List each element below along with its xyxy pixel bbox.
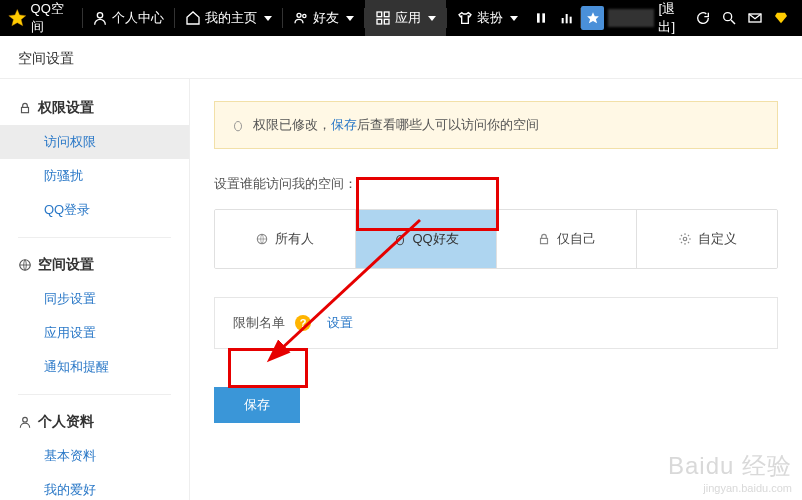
svg-point-24: [683, 237, 687, 241]
nav-personal-center[interactable]: 个人中心: [82, 0, 174, 36]
username-blurred: [608, 9, 655, 27]
sidebar-group-label: 个人资料: [38, 413, 94, 431]
nav-apps[interactable]: 应用: [365, 0, 446, 36]
diamond-icon[interactable]: [768, 4, 794, 32]
svg-point-22: [396, 236, 403, 245]
user-icon: [92, 10, 108, 26]
sidebar-group-permission: 权限设置: [0, 91, 189, 125]
notice-text: 后查看哪些人可以访问你的空间: [357, 117, 539, 132]
divider: [18, 394, 171, 395]
divider: [18, 237, 171, 238]
search-icon[interactable]: [716, 4, 742, 32]
sidebar-item-qq-login[interactable]: QQ登录: [0, 193, 189, 227]
watermark: Baidu 经验 jingyan.baidu.com: [668, 450, 792, 494]
svg-rect-23: [540, 238, 547, 243]
svg-rect-17: [22, 107, 29, 112]
svg-rect-5: [385, 12, 390, 17]
sidebar-item-access-permission[interactable]: 访问权限: [0, 125, 189, 159]
svg-rect-7: [385, 19, 390, 24]
svg-point-20: [235, 122, 242, 131]
svg-rect-9: [543, 13, 546, 22]
notice-text: 权限已修改，: [253, 117, 331, 132]
sidebar-item-notify[interactable]: 通知和提醒: [0, 350, 189, 384]
sidebar-group-label: 权限设置: [38, 99, 94, 117]
svg-marker-0: [9, 9, 26, 25]
globe-icon: [18, 258, 32, 272]
save-button[interactable]: 保存: [214, 387, 300, 423]
nav-label: 应用: [395, 9, 421, 27]
page-title: 空间设置: [0, 36, 802, 79]
user-icon: [18, 415, 32, 429]
sidebar: 权限设置 访问权限 防骚扰 QQ登录 空间设置 同步设置 应用设置 通知和提醒 …: [0, 79, 190, 500]
gear-icon: [678, 232, 692, 246]
sidebar-item-hobbies[interactable]: 我的爱好: [0, 473, 189, 500]
option-qq-friends[interactable]: QQ好友: [356, 210, 497, 268]
chevron-down-icon: [510, 16, 518, 21]
svg-rect-4: [377, 12, 382, 17]
svg-rect-11: [566, 14, 568, 23]
logout-link[interactable]: [退出]: [658, 0, 689, 36]
restrict-label: 限制名单: [233, 314, 285, 332]
nav-decorate[interactable]: 装扮: [447, 0, 528, 36]
home-icon: [185, 10, 201, 26]
option-custom[interactable]: 自定义: [637, 210, 777, 268]
option-label: QQ好友: [413, 230, 459, 248]
section-label: 设置谁能访问我的空间：: [214, 175, 778, 193]
chevron-down-icon: [264, 16, 272, 21]
chevron-down-icon: [428, 16, 436, 21]
svg-rect-6: [377, 19, 382, 24]
restrict-config-link[interactable]: 设置: [327, 314, 353, 332]
logo[interactable]: QQ空间: [8, 0, 74, 36]
nav-label: 装扮: [477, 9, 503, 27]
watermark-sub: jingyan.baidu.com: [668, 482, 792, 494]
pause-icon[interactable]: [528, 4, 554, 32]
sidebar-group-label: 空间设置: [38, 256, 94, 274]
sidebar-item-app-settings[interactable]: 应用设置: [0, 316, 189, 350]
mail-icon[interactable]: [742, 4, 768, 32]
notice-save-link[interactable]: 保存: [331, 117, 357, 132]
friends-icon: [293, 10, 309, 26]
option-only-me[interactable]: 仅自己: [497, 210, 638, 268]
svg-point-3: [303, 14, 306, 17]
svg-line-15: [731, 20, 735, 24]
notice-bar: 权限已修改，保存后查看哪些人可以访问你的空间: [214, 101, 778, 149]
svg-point-14: [723, 13, 731, 21]
avatar[interactable]: [581, 6, 603, 30]
nav-label: 我的主页: [205, 9, 257, 27]
main-area: 权限设置 访问权限 防骚扰 QQ登录 空间设置 同步设置 应用设置 通知和提醒 …: [0, 79, 802, 500]
content-area: 权限已修改，保存后查看哪些人可以访问你的空间 设置谁能访问我的空间： 所有人 Q…: [190, 79, 802, 500]
visibility-options: 所有人 QQ好友 仅自己 自定义: [214, 209, 778, 269]
star-icon: [8, 8, 27, 28]
chevron-down-icon: [346, 16, 354, 21]
option-label: 仅自己: [557, 230, 596, 248]
nav-my-homepage[interactable]: 我的主页: [175, 0, 282, 36]
equalizer-icon[interactable]: [554, 4, 580, 32]
option-everyone[interactable]: 所有人: [215, 210, 356, 268]
nav-label: 个人中心: [112, 9, 164, 27]
sidebar-item-anti-harass[interactable]: 防骚扰: [0, 159, 189, 193]
top-navbar: QQ空间 个人中心 我的主页 好友 应用 装扮 [退出]: [0, 0, 802, 36]
refresh-icon[interactable]: [689, 4, 715, 32]
sidebar-group-profile: 个人资料: [0, 405, 189, 439]
restrict-list-row: 限制名单 ? 设置: [214, 297, 778, 349]
globe-icon: [255, 232, 269, 246]
lock-icon: [18, 101, 32, 115]
watermark-main: Baidu 经验: [668, 450, 792, 482]
option-label: 自定义: [698, 230, 737, 248]
nav-label: 好友: [313, 9, 339, 27]
tshirt-icon: [457, 10, 473, 26]
help-icon[interactable]: ?: [295, 315, 311, 331]
svg-point-19: [23, 417, 28, 422]
sidebar-group-space-settings: 空间设置: [0, 248, 189, 282]
sidebar-item-basic-profile[interactable]: 基本资料: [0, 439, 189, 473]
lock-icon: [537, 232, 551, 246]
svg-point-1: [98, 13, 103, 18]
svg-rect-12: [570, 17, 572, 24]
svg-rect-8: [537, 13, 540, 22]
apps-icon: [375, 10, 391, 26]
nav-friends[interactable]: 好友: [283, 0, 364, 36]
penguin-icon: [231, 118, 245, 132]
logo-text: QQ空间: [31, 0, 74, 36]
sidebar-item-sync[interactable]: 同步设置: [0, 282, 189, 316]
svg-marker-13: [587, 12, 599, 23]
